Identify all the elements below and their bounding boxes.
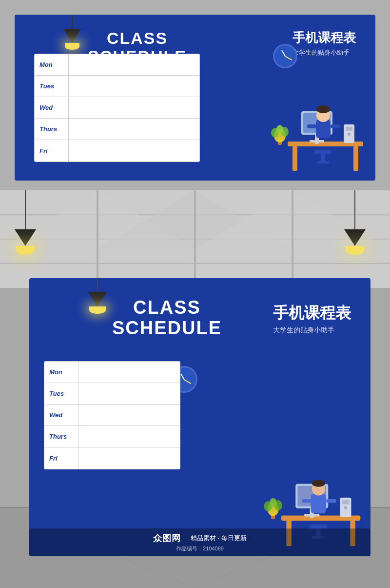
desk-person-illustration bbox=[268, 78, 370, 176]
svg-rect-54 bbox=[302, 499, 312, 503]
svg-rect-8 bbox=[346, 127, 352, 131]
table-row: Wed bbox=[44, 405, 180, 426]
board-chinese-title: 手机课程表 大学生的贴身小助手 bbox=[273, 303, 351, 335]
clock-illustration bbox=[273, 44, 297, 68]
table-row: Mon bbox=[44, 362, 180, 383]
table-row: Tues bbox=[35, 76, 199, 97]
table-row: Thurs bbox=[44, 426, 180, 447]
table-row: Fri bbox=[44, 447, 180, 469]
svg-rect-13 bbox=[316, 120, 331, 138]
bottom-scene: CLASS SCHEDULE 手机课程表 大学生的贴身小助手 Mon Tues bbox=[0, 190, 390, 588]
top-card: CLASS SCHEDULE 手机课程表 大学生的贴身小助手 Mon Tues … bbox=[15, 15, 375, 181]
svg-point-9 bbox=[348, 133, 351, 136]
table-row: Wed bbox=[35, 97, 199, 119]
table-row: Tues bbox=[44, 383, 180, 405]
table-row: Mon bbox=[35, 54, 199, 76]
chinese-title-section: 手机课程表 大学生的贴身小助手 bbox=[292, 29, 356, 57]
svg-rect-10 bbox=[314, 150, 332, 154]
svg-rect-46 bbox=[342, 500, 350, 504]
svg-rect-17 bbox=[331, 124, 340, 128]
svg-point-60 bbox=[270, 498, 277, 507]
svg-point-53 bbox=[312, 480, 325, 487]
table-row: Fri bbox=[35, 140, 199, 162]
board-lamp-icon bbox=[88, 278, 107, 314]
svg-rect-1 bbox=[292, 146, 297, 171]
svg-rect-42 bbox=[304, 514, 319, 516]
svg-rect-2 bbox=[353, 146, 358, 171]
board-schedule-table: Mon Tues Wed Thurs Fri bbox=[44, 361, 180, 469]
left-lamp-icon bbox=[15, 190, 36, 255]
svg-point-22 bbox=[276, 125, 283, 134]
svg-rect-55 bbox=[326, 499, 336, 503]
bottom-board: CLASS SCHEDULE 手机课程表 大学生的贴身小助手 Mon Tues bbox=[29, 278, 370, 556]
svg-point-47 bbox=[344, 507, 347, 509]
table-row: Thurs bbox=[35, 119, 199, 140]
svg-rect-4 bbox=[310, 140, 324, 142]
lamp-icon bbox=[63, 15, 81, 50]
svg-point-15 bbox=[316, 105, 330, 113]
right-lamp-icon bbox=[344, 190, 366, 255]
svg-rect-12 bbox=[317, 161, 329, 163]
watermark-site: 众图网 bbox=[153, 532, 181, 544]
watermark-id: 作品编号：2104089 bbox=[176, 545, 224, 552]
watermark-tagline: 精品素材 · 每日更新 bbox=[191, 534, 247, 543]
board-class-schedule-title: CLASS SCHEDULE bbox=[112, 298, 222, 339]
svg-rect-51 bbox=[311, 494, 326, 513]
svg-rect-16 bbox=[307, 124, 317, 128]
schedule-table: Mon Tues Wed Thurs Fri bbox=[34, 54, 200, 162]
watermark-bar: 众图网 精品素材 · 每日更新 作品编号：2104089 bbox=[29, 528, 370, 556]
